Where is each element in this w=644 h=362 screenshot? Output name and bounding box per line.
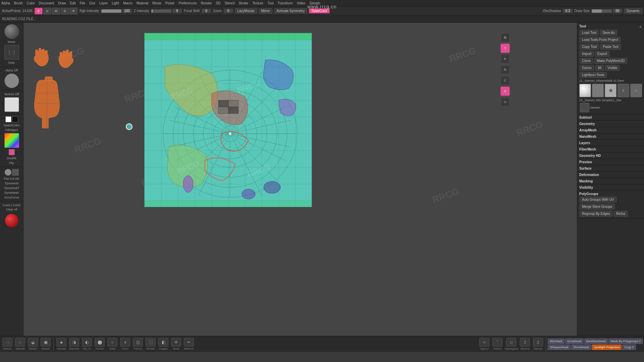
grow-mask-btn[interactable]: GrowMask bbox=[565, 339, 584, 344]
preview-demon-mix[interactable]: Z bbox=[618, 84, 629, 97]
resxt-btn[interactable]: ReSxt bbox=[614, 211, 628, 217]
topological-tool[interactable]: ⬡ Topological bbox=[504, 338, 518, 350]
move-mode-btn[interactable]: M bbox=[52, 8, 60, 14]
preview-cylinder[interactable] bbox=[592, 84, 604, 97]
geometry-title[interactable]: Geometry bbox=[579, 121, 595, 126]
uv-map-viewport[interactable]: RRCG RRCG RRCG RRCG bbox=[144, 33, 312, 207]
switch-color-label[interactable]: SwitchColor bbox=[3, 124, 19, 127]
ptcl-icon[interactable]: P bbox=[500, 54, 510, 64]
mirror-btn[interactable]: Mirror bbox=[259, 8, 272, 13]
make-polymesh-btn[interactable]: Make PolyMesh3D bbox=[594, 58, 627, 64]
menu-tool[interactable]: Tool bbox=[267, 1, 273, 5]
layers-title[interactable]: Layers bbox=[579, 140, 590, 145]
dzigt-btn[interactable]: Dzigt 5 bbox=[622, 345, 636, 350]
grid-icon[interactable]: ⊞ bbox=[500, 33, 510, 42]
import-btn[interactable]: Import bbox=[580, 51, 594, 57]
auto-groups-uv-btn[interactable]: Auto Groups With UV bbox=[580, 197, 616, 202]
topo-icon[interactable]: T bbox=[500, 44, 510, 53]
pinch-tool[interactable]: ∨ Pinch bbox=[119, 338, 131, 350]
texture-off-label[interactable]: Texture Off bbox=[4, 93, 19, 96]
masking-title[interactable]: Masking bbox=[579, 179, 593, 184]
menu-sd[interactable]: SD bbox=[216, 1, 221, 5]
dynamic-btn[interactable]: Dynamic bbox=[624, 8, 642, 13]
orb-crack-tool[interactable]: ◐ Orb_Cr bbox=[81, 338, 93, 350]
mask-by-poly-btn[interactable]: Mask By Polygroups 0 bbox=[608, 339, 643, 344]
nano-mesh-title[interactable]: NanoMesh bbox=[579, 134, 596, 139]
copy-tool-btn[interactable]: Copy Tool bbox=[580, 44, 599, 50]
lightbox-tools-btn[interactable]: Lightbox>Tools bbox=[580, 72, 607, 78]
rufit-icon[interactable]: R bbox=[500, 65, 510, 74]
rotate-mode-btn[interactable]: R bbox=[69, 8, 77, 14]
mahcut-tool[interactable]: ✂ MAHcut bbox=[183, 338, 195, 350]
blur-mask-btn[interactable]: BlurMask bbox=[548, 339, 565, 344]
accu-curve-label[interactable]: AccuCurve bbox=[4, 196, 19, 199]
mask-s-tool[interactable]: ⬙ MaskS bbox=[27, 338, 39, 350]
flat-col-label[interactable]: Flat Col zbr bbox=[4, 177, 19, 180]
menu-picker[interactable]: Picker bbox=[165, 1, 175, 5]
regroup-edges-btn[interactable]: Regroup By Edges bbox=[580, 211, 612, 217]
zbremesh-tool[interactable]: Z ZBreme bbox=[519, 338, 531, 350]
tpose-mesh-label[interactable]: TposeIesh bbox=[4, 182, 18, 185]
scale-mode-btn[interactable]: S bbox=[61, 8, 69, 14]
swatch1[interactable] bbox=[9, 149, 15, 155]
menu-goz[interactable]: Goz bbox=[89, 1, 95, 5]
visibility-title[interactable]: Visibility bbox=[579, 185, 593, 190]
clear-all-label[interactable]: Clear All bbox=[1, 208, 22, 211]
trim-cy-tool[interactable]: ◫ TrimCy bbox=[132, 338, 144, 350]
menu-preferences[interactable]: Preferences bbox=[179, 1, 197, 5]
preview-simple-cl[interactable]: ◇ bbox=[630, 84, 642, 97]
menu-edit[interactable]: Edit bbox=[70, 1, 76, 5]
menu-zplugin[interactable]: Zplugin bbox=[309, 1, 320, 5]
select-lasso-tool[interactable]: ⬚ SelectL bbox=[1, 338, 13, 350]
red-sphere[interactable] bbox=[5, 214, 18, 227]
foreground-color[interactable] bbox=[5, 116, 11, 122]
menu-color[interactable]: Color bbox=[27, 1, 35, 5]
draw-mode-btn[interactable]: D bbox=[43, 8, 51, 14]
menu-light[interactable]: Light bbox=[112, 1, 119, 5]
visible-btn[interactable]: Visible bbox=[605, 65, 620, 71]
texture-preview[interactable] bbox=[4, 97, 19, 112]
menu-material[interactable]: Material bbox=[137, 1, 149, 5]
demon-mesh-item[interactable]: Demon bbox=[579, 102, 642, 113]
shrink-mask-btn[interactable]: ShrinkMask bbox=[571, 345, 591, 350]
standard-tool[interactable]: ● Standar bbox=[55, 338, 67, 350]
lazy-mouse-btn[interactable]: LazyMouse bbox=[235, 8, 257, 13]
auto-fit-icon[interactable]: A bbox=[500, 97, 510, 107]
load-tool-btn[interactable]: Load Tool bbox=[580, 30, 599, 36]
form-soft-tool[interactable]: ⬤ FormS bbox=[94, 338, 106, 350]
menu-render[interactable]: Render bbox=[201, 1, 212, 5]
fill-object-label[interactable]: FillObject bbox=[5, 128, 18, 132]
menu-alpha[interactable]: Alpha bbox=[1, 1, 10, 5]
inflate-tool[interactable]: ○ Inflat bbox=[106, 338, 118, 350]
hpolish-tool[interactable]: ⬛ hPolish bbox=[145, 338, 157, 350]
alpha-off-label[interactable]: Alpha Off bbox=[5, 69, 18, 72]
menu-draw[interactable]: Draw bbox=[58, 1, 66, 5]
alpha-preview[interactable] bbox=[4, 73, 19, 88]
array-mesh-title[interactable]: ArrayMesh bbox=[579, 128, 597, 133]
backface-mask-btn[interactable]: BackfaceMask bbox=[584, 339, 608, 344]
paste-tool-btn[interactable]: Paste Tool bbox=[600, 44, 621, 50]
all-btn[interactable]: All bbox=[595, 65, 604, 71]
tool-collapse-btn[interactable]: ▲ bbox=[639, 25, 642, 28]
polygroups-title[interactable]: PolyGroups bbox=[579, 191, 598, 196]
gizmo-btn[interactable]: Gizmo bbox=[580, 65, 594, 71]
flip-label[interactable]: Flip bbox=[9, 161, 14, 165]
cust1-label[interactable]: Cust1 bbox=[3, 203, 11, 207]
subtool-title[interactable]: Subtool bbox=[579, 115, 592, 120]
canvas-area[interactable]: RRCG RRCG RRCG RRCG RRCG RRCG RRCG bbox=[23, 23, 577, 336]
activate-symmetry-btn[interactable]: Activate Symmetry bbox=[274, 8, 307, 13]
cust2-label[interactable]: Cust2 bbox=[13, 203, 21, 207]
menu-layer[interactable]: Layer bbox=[99, 1, 108, 5]
z-intensity-slider[interactable]: 9 bbox=[151, 9, 182, 13]
clip-curve-tool[interactable]: ✄ ClipCur bbox=[478, 338, 490, 350]
tpose-subt-label[interactable]: TposeSubT bbox=[4, 186, 19, 190]
background-color[interactable] bbox=[12, 116, 18, 122]
clay-build-tool[interactable]: ◧ ClayBui bbox=[157, 338, 169, 350]
clone-btn[interactable]: Clone bbox=[580, 58, 593, 64]
dam-std-tool[interactable]: ◑ DamStd bbox=[68, 338, 80, 350]
menu-stencil[interactable]: Stencil bbox=[224, 1, 234, 5]
menu-video[interactable]: Video bbox=[297, 1, 305, 5]
menu-transform[interactable]: Transform bbox=[278, 1, 293, 5]
spotlight-projection-btn[interactable]: Spotlight Projection bbox=[592, 345, 622, 350]
menu-movie[interactable]: Movie bbox=[152, 1, 161, 5]
